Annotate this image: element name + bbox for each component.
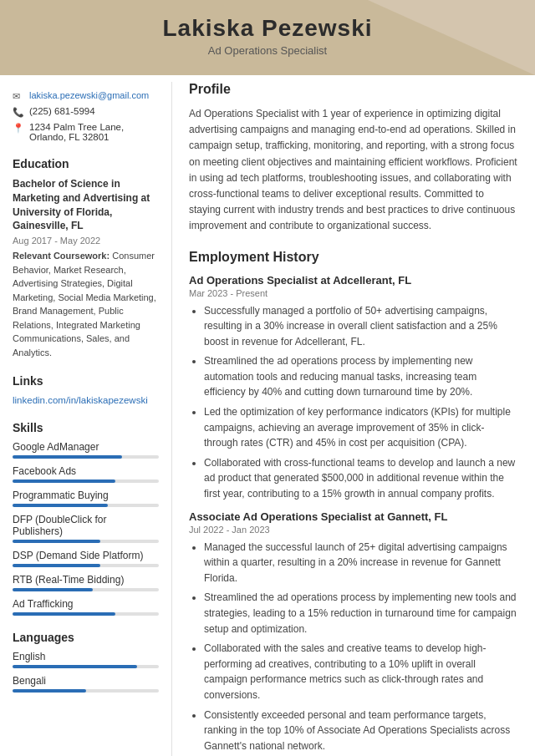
education-title: Education (13, 157, 159, 170)
job-bullet: Collaborated with the sales and creative… (204, 641, 518, 703)
employment-title: Employment History (189, 250, 518, 267)
skill-bar-bg (13, 504, 159, 507)
skills-list: Google AdManager Facebook Ads Programmat… (13, 441, 159, 616)
email-icon: ✉ (13, 91, 24, 102)
skill-bar-fill (13, 612, 115, 616)
skill-bar-fill (13, 540, 100, 543)
job-bullet: Managed the successful launch of 25+ dig… (204, 540, 518, 586)
email-link[interactable]: lakiska.pezewski@gmail.com (29, 90, 149, 100)
skill-item: RTB (Real-Time Bidding) (13, 574, 159, 591)
linkedin-link[interactable]: linkedin.com/in/lakiskapezewski (13, 395, 148, 405)
columns: ✉ lakiska.pezewski@gmail.com 📞 (225) 681… (0, 82, 535, 756)
languages-list: English Bengali (13, 651, 159, 693)
profile-section: Profile Ad Operations Specialist with 1 … (189, 82, 518, 235)
phone-text: (225) 681-5994 (29, 106, 95, 116)
skill-bar-fill (13, 564, 100, 567)
address-item: 📍 1234 Palm Tree Lane, Orlando, FL 32801 (13, 122, 159, 142)
phone-icon: 📞 (13, 107, 24, 118)
candidate-title: Ad Operations Specialist (17, 44, 518, 57)
skill-name: DSP (Demand Side Platform) (13, 550, 159, 561)
language-bar-fill (13, 665, 137, 668)
contact-section: ✉ lakiska.pezewski@gmail.com 📞 (225) 681… (13, 90, 159, 142)
skill-item: Programmatic Buying (13, 490, 159, 507)
right-column: Profile Ad Operations Specialist with 1 … (171, 82, 535, 756)
address-text: 1234 Palm Tree Lane, Orlando, FL 32801 (29, 122, 124, 142)
resume-container: Lakiska Pezewski Ad Operations Specialis… (0, 0, 535, 756)
job-bullet: Streamlined the ad operations process by… (204, 590, 518, 637)
skill-item: Google AdManager (13, 441, 159, 459)
language-item: Bengali (13, 675, 159, 693)
skill-bar-fill (13, 479, 115, 483)
linkedin-item: linkedin.com/in/lakiskapezewski (13, 394, 159, 406)
job-bullet: Streamlined the ad operations process by… (204, 353, 518, 400)
job-bullet: Successfully managed a portfolio of 50+ … (204, 303, 518, 350)
edu-degree: Bachelor of Science in Marketing and Adv… (13, 177, 159, 233)
skill-bar-bg (13, 455, 159, 459)
skill-item: Facebook Ads (13, 465, 159, 483)
skill-item: DSP (Demand Side Platform) (13, 550, 159, 567)
language-bar-bg (13, 689, 159, 693)
job-bullets-list: Managed the successful launch of 25+ dig… (189, 540, 518, 754)
job-title: Ad Operations Specialist at Adcellerant,… (189, 274, 518, 287)
skills-title: Skills (13, 421, 159, 434)
employment-section: Employment History Ad Operations Special… (189, 250, 518, 754)
skill-bar-bg (13, 612, 159, 616)
job-item: Associate Ad Operations Specialist at Ga… (189, 510, 518, 754)
links-section: Links linkedin.com/in/lakiskapezewski (13, 374, 159, 406)
jobs-list: Ad Operations Specialist at Adcellerant,… (189, 274, 518, 754)
links-title: Links (13, 374, 159, 388)
languages-title: Languages (13, 631, 159, 644)
language-name: English (13, 651, 159, 662)
skill-bar-bg (13, 479, 159, 483)
skill-bar-fill (13, 455, 122, 459)
language-bar-bg (13, 665, 159, 668)
skill-bar-fill (13, 588, 93, 591)
skill-name: Programmatic Buying (13, 490, 159, 501)
skill-bar-fill (13, 504, 108, 507)
skills-section: Skills Google AdManager Facebook Ads Pro… (13, 421, 159, 616)
edu-date: Aug 2017 - May 2022 (13, 236, 159, 246)
skill-bar-bg (13, 588, 159, 591)
skill-name: Google AdManager (13, 441, 159, 453)
phone-item: 📞 (225) 681-5994 (13, 106, 159, 118)
job-date: Mar 2023 - Present (189, 288, 518, 298)
skill-item: DFP (DoubleClick for Publishers) (13, 514, 159, 543)
job-bullet: Collaborated with cross-functional teams… (204, 455, 518, 502)
job-item: Ad Operations Specialist at Adcellerant,… (189, 274, 518, 502)
skill-name: DFP (DoubleClick for Publishers) (13, 514, 159, 537)
left-column: ✉ lakiska.pezewski@gmail.com 📞 (225) 681… (0, 82, 171, 756)
job-title: Associate Ad Operations Specialist at Ga… (189, 510, 518, 523)
language-item: English (13, 651, 159, 668)
skill-bar-bg (13, 540, 159, 543)
skill-bar-bg (13, 564, 159, 567)
skill-item: Ad Trafficking (13, 598, 159, 616)
languages-section: Languages English Bengali (13, 631, 159, 693)
edu-coursework: Relevant Coursework: Consumer Behavior, … (13, 249, 159, 359)
candidate-name: Lakiska Pezewski (17, 15, 518, 42)
language-name: Bengali (13, 675, 159, 687)
job-bullet: Led the optimization of key performance … (204, 404, 518, 451)
job-bullets-list: Successfully managed a portfolio of 50+ … (189, 303, 518, 502)
skill-name: Ad Trafficking (13, 598, 159, 610)
job-bullet: Consistently exceeded personal and team … (204, 708, 518, 754)
header: Lakiska Pezewski Ad Operations Specialis… (0, 0, 535, 65)
skill-name: Facebook Ads (13, 465, 159, 477)
location-icon: 📍 (13, 123, 24, 134)
job-date: Jul 2022 - Jan 2023 (189, 525, 518, 535)
education-section: Education Bachelor of Science in Marketi… (13, 157, 159, 359)
email-item: ✉ lakiska.pezewski@gmail.com (13, 90, 159, 102)
profile-title: Profile (189, 82, 518, 99)
language-bar-fill (13, 689, 86, 693)
skill-name: RTB (Real-Time Bidding) (13, 574, 159, 586)
profile-text: Ad Operations Specialist with 1 year of … (189, 106, 518, 235)
